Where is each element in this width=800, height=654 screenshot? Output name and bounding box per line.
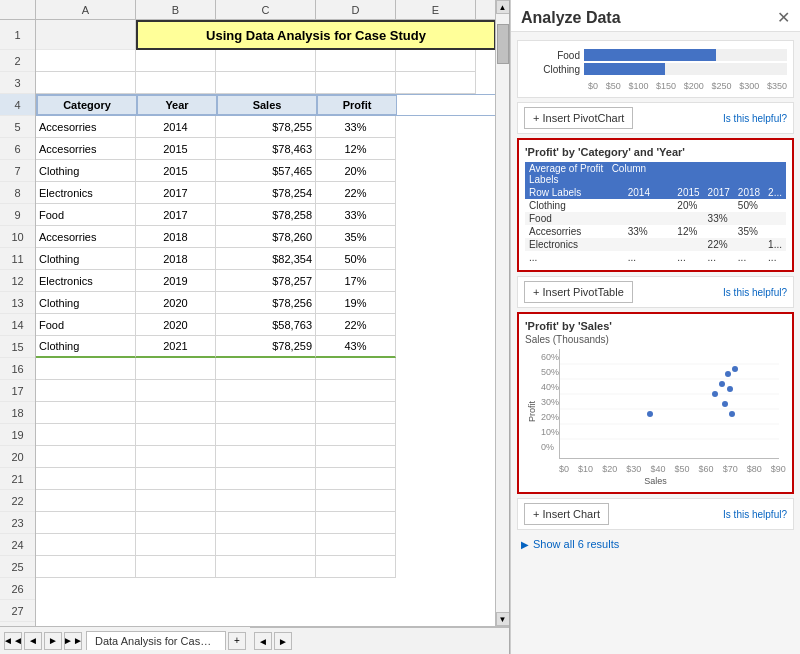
helpful-link-1[interactable]: Is this helpful? <box>723 113 787 124</box>
scroll-down-btn[interactable]: ▼ <box>496 612 510 626</box>
row-num-1: 1 <box>0 20 35 50</box>
cell-profit-12[interactable]: 17% <box>316 270 396 292</box>
pivot-col-2more: 2... <box>764 186 786 199</box>
cell-sales-10[interactable]: $78,260 <box>216 226 316 248</box>
row-16 <box>36 358 509 380</box>
table-row: Clothing 2021 $78,259 43% <box>36 336 509 358</box>
cell-sales-6[interactable]: $78,463 <box>216 138 316 160</box>
insert-chart-btn[interactable]: + Insert Chart <box>524 503 609 525</box>
row-num-5: 5 <box>0 116 35 138</box>
cell-profit-15[interactable]: 43% <box>316 336 396 358</box>
scroll-track[interactable] <box>497 14 509 612</box>
cell-profit-7[interactable]: 20% <box>316 160 396 182</box>
cell-profit-6[interactable]: 12% <box>316 138 396 160</box>
cell-year-6[interactable]: 2015 <box>136 138 216 160</box>
cell-cat-8[interactable]: Electronics <box>36 182 136 204</box>
pivot-cat-clothing: Clothing <box>525 199 624 212</box>
show-all-results[interactable]: ▶ Show all 6 results <box>511 532 800 556</box>
tab-nav-first[interactable]: ◄◄ <box>4 632 22 650</box>
scroll-right-btn[interactable]: ► <box>274 632 292 650</box>
cell-b2[interactable] <box>36 50 136 72</box>
scatter-point <box>727 386 733 392</box>
cell-d2[interactable] <box>216 50 316 72</box>
cell-d3[interactable] <box>216 72 316 94</box>
cell-e3[interactable] <box>316 72 396 94</box>
cell-sales-14[interactable]: $58,763 <box>216 314 316 336</box>
col-header-b: B <box>136 0 216 19</box>
cell-year-11[interactable]: 2018 <box>136 248 216 270</box>
cell-year-7[interactable]: 2015 <box>136 160 216 182</box>
cell-f2[interactable] <box>396 50 476 72</box>
cells-area[interactable]: Using Data Analysis for Case Study Cate <box>36 20 509 654</box>
cell-c2[interactable] <box>136 50 216 72</box>
spreadsheet-area: A B C D E 1 2 3 4 5 6 7 8 9 10 11 12 13 … <box>0 0 510 654</box>
cell-c3[interactable] <box>136 72 216 94</box>
cell-cat-14[interactable]: Food <box>36 314 136 336</box>
cell-cat-9[interactable]: Food <box>36 204 136 226</box>
cell-year-10[interactable]: 2018 <box>136 226 216 248</box>
cell-sales-7[interactable]: $57,465 <box>216 160 316 182</box>
bar-row-clothing: Clothing <box>524 63 787 75</box>
axis-250: $250 <box>712 81 732 91</box>
add-sheet-btn[interactable]: + <box>228 632 246 650</box>
cell-profit-9[interactable]: 33% <box>316 204 396 226</box>
tab-nav-prev[interactable]: ◄ <box>24 632 42 650</box>
cell-sales-11[interactable]: $82,354 <box>216 248 316 270</box>
scatter-point <box>647 411 653 417</box>
cell-year-12[interactable]: 2019 <box>136 270 216 292</box>
pivot-table: Average of Profit Column Labels Row Labe… <box>525 162 786 264</box>
table-row: Accesorries 2018 $78,260 35% <box>36 226 509 248</box>
cell-sales-8[interactable]: $78,254 <box>216 182 316 204</box>
row-18 <box>36 402 509 424</box>
cell-sales-12[interactable]: $78,257 <box>216 270 316 292</box>
cell-sales-13[interactable]: $78,256 <box>216 292 316 314</box>
cell-sales-15[interactable]: $78,259 <box>216 336 316 358</box>
cell-cat-13[interactable]: Clothing <box>36 292 136 314</box>
cell-profit-5[interactable]: 33% <box>316 116 396 138</box>
tab-nav-next[interactable]: ► <box>44 632 62 650</box>
scatter-x-labels: $0$10$20$30$40$50$60$70$80$90 <box>559 464 786 474</box>
cell-year-9[interactable]: 2017 <box>136 204 216 226</box>
cell-profit-10[interactable]: 35% <box>316 226 396 248</box>
scroll-up-btn[interactable]: ▲ <box>496 0 510 14</box>
panel-close-btn[interactable]: ✕ <box>777 8 790 27</box>
axis-100: $100 <box>628 81 648 91</box>
insert-pivotchart-btn[interactable]: + Insert PivotChart <box>524 107 633 129</box>
sheet-tab[interactable]: Data Analysis for Case Stud ... <box>86 631 226 650</box>
cell-sales-5[interactable]: $78,255 <box>216 116 316 138</box>
cell-year-14[interactable]: 2020 <box>136 314 216 336</box>
cell-a1[interactable] <box>36 20 136 50</box>
tab-nav-last[interactable]: ►► <box>64 632 82 650</box>
cell-cat-10[interactable]: Accesorries <box>36 226 136 248</box>
cell-b3[interactable] <box>36 72 136 94</box>
helpful-link-2[interactable]: Is this helpful? <box>723 287 787 298</box>
cell-sales-9[interactable]: $78,258 <box>216 204 316 226</box>
scroll-thumb[interactable] <box>497 24 509 64</box>
cell-year-8[interactable]: 2017 <box>136 182 216 204</box>
cell-year-13[interactable]: 2020 <box>136 292 216 314</box>
cell-year-5[interactable]: 2014 <box>136 116 216 138</box>
tab-bar: ◄◄ ◄ ► ►► Data Analysis for Case Stud ..… <box>0 626 510 654</box>
cell-cat-12[interactable]: Electronics <box>36 270 136 292</box>
show-results-arrow: ▶ <box>521 539 529 550</box>
helpful-link-3[interactable]: Is this helpful? <box>723 509 787 520</box>
cell-cat-6[interactable]: Accesorries <box>36 138 136 160</box>
cell-profit-8[interactable]: 22% <box>316 182 396 204</box>
cell-cat-5[interactable]: Accesorries <box>36 116 136 138</box>
insert-pivottable-btn[interactable]: + Insert PivotTable <box>524 281 633 303</box>
bar-chart-section: Food Clothing $0 $50 $100 $150 $200 <box>517 40 794 98</box>
cell-profit-11[interactable]: 50% <box>316 248 396 270</box>
cell-cat-7[interactable]: Clothing <box>36 160 136 182</box>
cell-e2[interactable] <box>316 50 396 72</box>
cell-f3[interactable] <box>396 72 476 94</box>
pivot-col-2018: 2018 <box>734 186 764 199</box>
cell-profit-14[interactable]: 22% <box>316 314 396 336</box>
scatter-subtitle: Sales (Thousands) <box>525 334 786 345</box>
cell-cat-15[interactable]: Clothing <box>36 336 136 358</box>
cell-cat-11[interactable]: Clothing <box>36 248 136 270</box>
scroll-left-btn[interactable]: ◄ <box>254 632 272 650</box>
row-25 <box>36 556 509 578</box>
vertical-scrollbar[interactable]: ▲ ▼ <box>495 0 509 626</box>
cell-profit-13[interactable]: 19% <box>316 292 396 314</box>
cell-year-15[interactable]: 2021 <box>136 336 216 358</box>
